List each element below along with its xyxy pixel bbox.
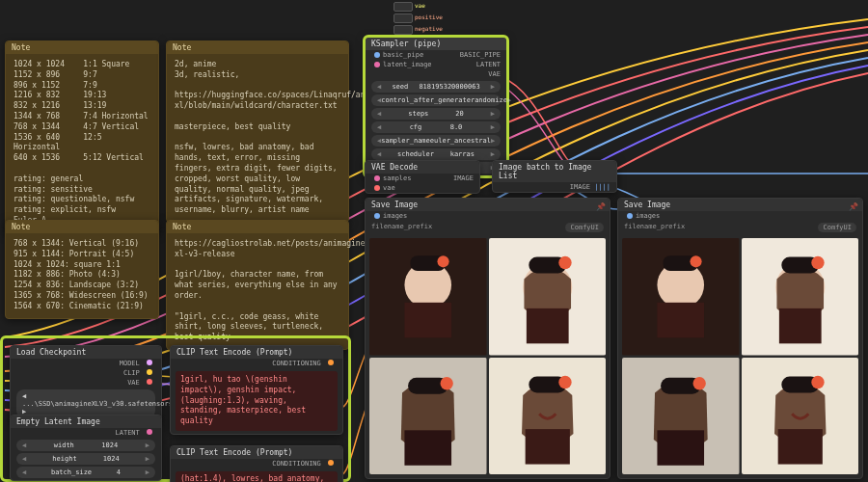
note-prompts-2[interactable]: Note https://cagliostrolab.net/posts/ani… xyxy=(166,220,349,350)
node-title: Image batch to Image List xyxy=(493,161,616,182)
scheduler-widget[interactable]: ◀schedulerkarras▶ xyxy=(371,148,501,160)
svg-point-24 xyxy=(690,255,701,267)
slot-row: CLIP xyxy=(11,368,161,378)
reroute-label: vae xyxy=(415,2,425,9)
svg-rect-2 xyxy=(404,303,451,337)
clip-text-encode-positive[interactable]: CLIP Text Encode (Prompt) CONDITIONING 1… xyxy=(170,345,343,435)
reroute-positive[interactable] xyxy=(393,13,413,23)
reroute-label: positive xyxy=(415,13,443,20)
image-grid xyxy=(618,234,862,478)
svg-rect-29 xyxy=(778,308,821,343)
cfg-widget[interactable]: ◀cfg8.0▶ xyxy=(371,121,501,133)
svg-point-38 xyxy=(811,375,824,388)
pin-icon: 📌 xyxy=(849,202,858,211)
reroute-negative[interactable] xyxy=(393,25,413,35)
svg-rect-34 xyxy=(657,430,704,465)
pin-icon: 📌 xyxy=(596,202,606,211)
image-batch-to-list-node[interactable]: Image batch to Image List IMAGE |||| xyxy=(492,160,617,193)
slot-row: VAE xyxy=(11,378,161,388)
note-body: 2d, anime 3d, realistic, https://hugging… xyxy=(167,54,348,222)
svg-point-4 xyxy=(437,255,448,267)
ksampler-node[interactable]: KSampler (pipe) basic_pipeBASIC_PIPE lat… xyxy=(365,37,507,176)
prefix-value[interactable]: ComfyUI xyxy=(818,223,856,232)
note-resolutions-2[interactable]: Note 768 x 1344: Vertical (9:16) 915 x 1… xyxy=(5,220,159,319)
prompt-textarea[interactable]: 1girl, hu tao \(genshin impact\), genshi… xyxy=(176,371,338,431)
node-title: CLIP Text Encode (Prompt) xyxy=(171,346,342,359)
svg-point-18 xyxy=(558,375,571,388)
svg-point-13 xyxy=(441,377,453,389)
svg-point-8 xyxy=(558,256,571,269)
note-resolutions-1[interactable]: Note 1024 x 1024 1:1 Square 1152 x 896 9… xyxy=(5,40,159,233)
slot-row: MODEL xyxy=(11,359,161,368)
note-prompts-1[interactable]: Note 2d, anime 3d, realistic, https://hu… xyxy=(166,40,349,223)
slot-row: latent_imageLATENT xyxy=(366,60,506,69)
svg-point-28 xyxy=(811,256,824,269)
prefix-label: filename_prefix xyxy=(371,223,432,232)
slot-row: samplesIMAGE xyxy=(366,174,479,183)
empty-latent-node[interactable]: Empty Latent Image LATENT ◀width1024▶ ◀h… xyxy=(10,415,162,481)
note-body: 768 x 1344: Vertical (9:16) 915 x 1144: … xyxy=(6,233,158,318)
slot-row: CONDITIONING xyxy=(171,359,342,368)
node-title: Note xyxy=(167,41,348,54)
node-title: VAE Decode xyxy=(366,161,479,174)
prompt-textarea[interactable]: (hat:1.4), lowres, bad anatomy, bad xyxy=(176,471,338,482)
width-widget[interactable]: ◀width1024▶ xyxy=(16,440,155,451)
clip-text-encode-negative[interactable]: CLIP Text Encode (Prompt) CONDITIONING (… xyxy=(170,445,343,482)
node-title: KSampler (pipe) xyxy=(366,38,506,50)
slot-row: LATENT xyxy=(11,428,161,438)
reroute-vae[interactable] xyxy=(393,2,413,12)
output-thumb[interactable] xyxy=(489,358,607,475)
control-widget[interactable]: ◀control_after_generaterandomize▶ xyxy=(371,94,501,106)
svg-rect-14 xyxy=(404,430,451,465)
node-title: CLIP Text Encode (Prompt) xyxy=(171,446,342,459)
prefix-value[interactable]: ComfyUI xyxy=(565,223,604,232)
save-image-node-1[interactable]: Save Image📌 images filename_prefixComfyU… xyxy=(365,198,610,479)
output-thumb[interactable] xyxy=(622,358,740,475)
vae-decode-node[interactable]: VAE Decode samplesIMAGE vae xyxy=(365,160,480,194)
node-title: Empty Latent Image xyxy=(11,415,161,428)
svg-point-33 xyxy=(693,377,706,389)
slot-row: IMAGE |||| xyxy=(493,182,616,192)
svg-rect-39 xyxy=(777,429,822,464)
output-thumb[interactable] xyxy=(369,238,487,356)
slot-row: basic_pipeBASIC_PIPE xyxy=(366,50,506,60)
slot-row: images xyxy=(366,211,610,221)
output-thumb[interactable] xyxy=(622,238,740,356)
slot-row: VAE xyxy=(366,69,506,79)
image-grid xyxy=(366,234,610,478)
note-body: https://cagliostrolab.net/posts/animagin… xyxy=(167,233,348,349)
node-title: Save Image📌 xyxy=(366,199,610,211)
note-body: 1024 x 1024 1:1 Square 1152 x 896 9:7 89… xyxy=(6,54,158,232)
height-widget[interactable]: ◀height1024▶ xyxy=(16,453,155,465)
svg-rect-19 xyxy=(525,429,569,464)
slot-row: CONDITIONING xyxy=(171,459,342,469)
output-thumb[interactable] xyxy=(489,238,607,356)
node-title: Note xyxy=(6,221,158,233)
svg-rect-22 xyxy=(657,303,704,337)
reroute-label: negative xyxy=(415,25,443,32)
save-image-node-2[interactable]: Save Image📌 images filename_prefixComfyU… xyxy=(617,198,863,479)
steps-widget[interactable]: ◀steps20▶ xyxy=(371,108,501,120)
svg-rect-9 xyxy=(526,308,568,343)
node-title: Note xyxy=(6,41,158,54)
load-checkpoint-node[interactable]: Load Checkpoint MODEL CLIP VAE ◀ ...\SSD… xyxy=(10,345,162,421)
slot-row: images xyxy=(618,211,862,221)
node-title: Note xyxy=(167,221,348,233)
prefix-label: filename_prefix xyxy=(624,223,685,232)
node-title: Save Image📌 xyxy=(618,199,862,211)
seed-widget[interactable]: ◀seed818195320000063▶ xyxy=(371,81,501,93)
slot-row: vae xyxy=(366,183,479,193)
output-thumb[interactable] xyxy=(369,358,487,475)
output-thumb[interactable] xyxy=(742,358,859,475)
batch-widget[interactable]: ◀batch_size4▶ xyxy=(16,467,155,478)
sampler-widget[interactable]: ◀sampler_nameeuler_ancestral▶ xyxy=(371,135,501,147)
node-title: Load Checkpoint xyxy=(11,346,161,359)
output-thumb[interactable] xyxy=(742,238,859,356)
